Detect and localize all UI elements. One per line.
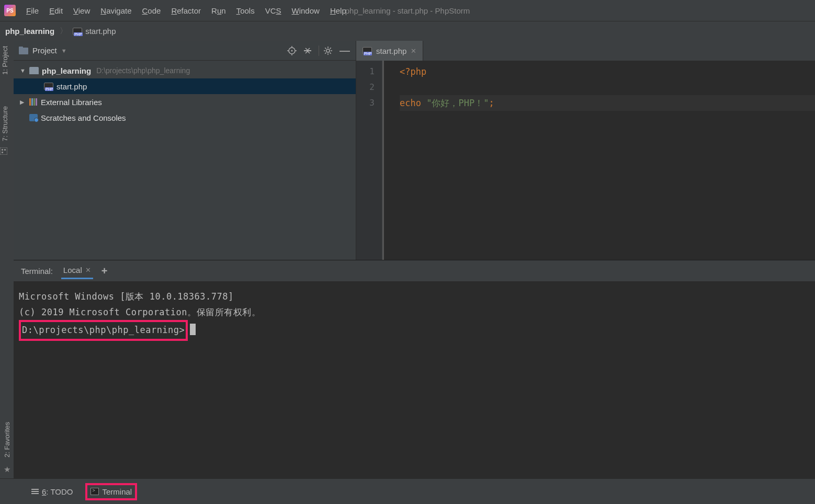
folder-icon (29, 67, 39, 74)
terminal-prompt-highlight: D:\projects\php\php_learning> (19, 320, 188, 341)
breadcrumb-bar: php_learning 〉 start.php (0, 21, 815, 41)
terminal-title: Terminal: (21, 267, 53, 276)
scratches-icon (29, 114, 38, 121)
terminal-tab-label: Local (63, 266, 82, 274)
terminal-line: (c) 2019 Microsoft Corporation。保留所有权利。 (19, 304, 810, 320)
main-menu: File Edit View Navigate Code Refactor Ru… (26, 6, 346, 15)
menu-vcs[interactable]: VCS (265, 6, 281, 15)
terminal-cursor (190, 324, 196, 335)
svg-line-18 (325, 48, 326, 49)
menu-tools[interactable]: Tools (236, 6, 255, 15)
terminal-line: Microsoft Windows [版本 10.0.18363.778] (19, 289, 810, 304)
editor-area: start.php ✕ 1 2 3 <?php echo "你好，PHP！"; (356, 41, 815, 260)
status-terminal[interactable]: Terminal (85, 483, 137, 500)
svg-rect-1 (2, 149, 3, 151)
window-title: php_learning - start.php - PhpStorm (345, 6, 470, 15)
locate-icon[interactable] (287, 46, 299, 55)
menu-refactor[interactable]: Refactor (171, 6, 201, 15)
project-panel-title[interactable]: Project (32, 46, 57, 55)
code-editor[interactable]: 1 2 3 <?php echo "你好，PHP！"; (356, 61, 815, 260)
tree-root-path: D:\projects\php\php_learning (96, 66, 190, 75)
terminal-header: Terminal: Local ✕ + (14, 260, 815, 281)
menu-edit[interactable]: Edit (49, 6, 63, 15)
semicolon: ; (489, 98, 494, 108)
tree-root-label: php_learning (42, 66, 91, 75)
left-tool-gutter: 1: Project 7: Structure 2: Favorites ★ (0, 41, 14, 478)
terminal-tab-local[interactable]: Local ✕ (61, 262, 93, 279)
tree-scratches[interactable]: Scratches and Consoles (14, 110, 356, 125)
svg-point-13 (326, 49, 330, 52)
tree-file-start-php[interactable]: start.php (14, 78, 356, 94)
gutter-tab-favorites[interactable]: 2: Favorites (2, 417, 12, 463)
status-bar: 6: TODO Terminal (0, 478, 815, 504)
breadcrumb-root[interactable]: php_learning (5, 27, 54, 36)
menu-view[interactable]: View (73, 6, 90, 15)
todo-list-icon (31, 489, 39, 494)
code-line-3: echo "你好，PHP！"; (400, 95, 815, 111)
tree-external-libraries[interactable]: ▶ External Libraries (14, 94, 356, 110)
close-icon[interactable]: ✕ (411, 47, 416, 55)
close-icon[interactable]: ✕ (85, 266, 91, 274)
star-icon: ★ (4, 465, 10, 474)
php-file-icon (44, 83, 53, 90)
menu-file[interactable]: File (26, 6, 39, 15)
gear-icon[interactable] (323, 46, 335, 55)
menu-help[interactable]: Help (330, 6, 346, 15)
svg-rect-2 (4, 149, 6, 151)
status-todo[interactable]: 6: TODO (28, 485, 76, 498)
code-body[interactable]: <?php echo "你好，PHP！"; (382, 61, 815, 260)
hide-icon[interactable]: — (339, 44, 350, 56)
string-literal: "你好，PHP！" (426, 98, 489, 108)
line-number: 3 (356, 95, 375, 111)
menu-code[interactable]: Code (142, 6, 161, 15)
project-tree: ▼ php_learning D:\projects\php\php_learn… (14, 61, 356, 128)
project-panel-header: Project ▼ — (14, 41, 356, 61)
terminal-output[interactable]: Microsoft Windows [版本 10.0.18363.778] (c… (14, 281, 815, 478)
php-open-tag: <?php (400, 66, 426, 77)
code-line-1: <?php (400, 64, 815, 79)
tree-scratches-label: Scratches and Consoles (41, 113, 126, 122)
expand-down-icon[interactable]: ▼ (20, 67, 26, 74)
breadcrumb-separator-icon: 〉 (60, 26, 67, 36)
php-file-icon (73, 28, 82, 35)
menu-navigate[interactable]: Navigate (100, 6, 131, 15)
status-terminal-label: Terminal (102, 487, 132, 496)
menu-run[interactable]: Run (211, 6, 226, 15)
gutter-tab-project[interactable]: 1: Project (0, 41, 14, 80)
editor-tab-start-php[interactable]: start.php ✕ (356, 41, 423, 61)
structure-icon (0, 147, 7, 155)
status-todo-label: 6: TODO (42, 487, 73, 496)
project-view-icon (19, 47, 28, 55)
terminal-tool-window: Terminal: Local ✕ + Microsoft Windows [版… (14, 260, 815, 478)
terminal-prompt-line: D:\projects\php\php_learning> (19, 320, 810, 341)
terminal-icon (90, 488, 99, 495)
line-number-gutter: 1 2 3 (356, 61, 382, 260)
php-file-icon (363, 47, 372, 54)
breadcrumb-file[interactable]: start.php (73, 27, 116, 36)
tree-root[interactable]: ▼ php_learning D:\projects\php\php_learn… (14, 63, 356, 78)
tree-external-label: External Libraries (41, 98, 102, 107)
editor-tab-label: start.php (376, 47, 406, 55)
svg-line-19 (330, 52, 331, 53)
svg-line-21 (330, 48, 331, 49)
svg-rect-5 (19, 47, 23, 49)
chevron-down-icon[interactable]: ▼ (61, 48, 67, 54)
code-line-2 (400, 79, 815, 95)
editor-tab-bar: start.php ✕ (356, 41, 815, 61)
add-terminal-button[interactable]: + (101, 265, 108, 277)
svg-line-20 (325, 52, 326, 53)
svg-point-7 (291, 50, 293, 51)
project-tool-window: Project ▼ — (14, 41, 356, 260)
svg-rect-0 (0, 147, 7, 155)
breadcrumb-file-label: start.php (85, 27, 116, 36)
title-bar: PS File Edit View Navigate Code Refactor… (0, 0, 815, 21)
svg-rect-3 (2, 152, 3, 153)
gutter-tab-structure[interactable]: 7: Structure (0, 101, 14, 146)
collapse-all-icon[interactable] (303, 46, 314, 55)
terminal-prompt: D:\projects\php\php_learning> (22, 325, 185, 335)
expand-right-icon[interactable]: ▶ (20, 99, 26, 106)
menu-window[interactable]: Window (292, 6, 320, 15)
tree-file-label: start.php (56, 82, 87, 91)
libraries-icon (29, 98, 38, 106)
phpstorm-app-icon: PS (4, 5, 16, 16)
